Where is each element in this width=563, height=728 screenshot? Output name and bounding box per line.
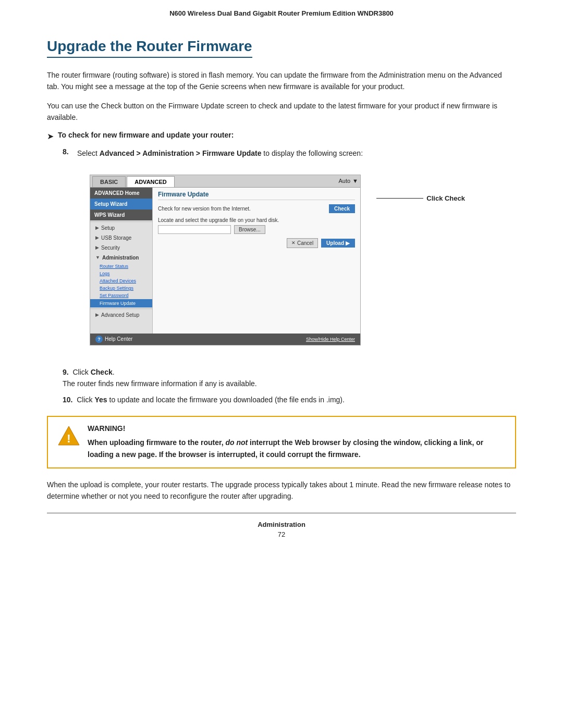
chevron-down-icon: ▼ — [352, 178, 358, 184]
sidebar-wps-wizard-button[interactable]: WPS Wizard — [90, 209, 152, 220]
arrow-right-icon-3: ▶ — [95, 245, 99, 250]
callout-line — [376, 198, 423, 199]
tab-auto-label: Auto — [338, 178, 350, 184]
arrow-right-icon-2: ▶ — [95, 235, 99, 240]
sidebar-item-security[interactable]: ▶ Security — [90, 243, 152, 253]
footer-label: Administration — [47, 521, 516, 528]
upload-button[interactable]: Upload ▶ — [321, 239, 355, 248]
step-10-number: 10. — [63, 396, 72, 404]
checklist-item: ➤ To check for new firmware and update y… — [47, 131, 516, 141]
sidebar-sub-router-status[interactable]: Router Status — [90, 263, 152, 270]
sidebar-sub-set-password[interactable]: Set Password — [90, 292, 152, 299]
sidebar-sub-attached[interactable]: Attached Devices — [90, 277, 152, 285]
step-8-number: 8. — [63, 147, 74, 156]
checklist-label: To check for new firmware and update you… — [58, 131, 234, 139]
body-para-1: The router firmware (routing software) i… — [47, 69, 516, 93]
x-icon: ✕ — [291, 240, 296, 245]
sidebar-divider-1 — [90, 221, 152, 222]
browse-section: Locate and select the upgrade file on yo… — [158, 217, 355, 234]
tab-right: Auto ▼ — [338, 178, 358, 185]
sidebar-item-administration[interactable]: ▼ Administration — [90, 253, 152, 263]
warning-text: When uploading firmware to the router, d… — [88, 437, 506, 460]
help-center-section[interactable]: ? Help Center — [95, 336, 132, 343]
closing-para: When the upload is complete, your router… — [47, 479, 516, 502]
warning-triangle-icon: ! — [57, 424, 80, 447]
callout-text: Click Check — [426, 194, 465, 202]
footer-page: 72 — [47, 530, 516, 538]
help-center-label: Help Center — [105, 336, 132, 342]
tab-basic[interactable]: BASIC — [92, 176, 126, 187]
arrow-right-icon-upload: ▶ — [346, 240, 350, 246]
sidebar-advanced-setup-label: Advanced Setup — [101, 312, 139, 318]
router-footer: ? Help Center Show/Hide Help Center — [90, 334, 360, 345]
tab-advanced[interactable]: ADVANCED — [127, 176, 175, 187]
sidebar-admin-label: Administration — [102, 255, 139, 261]
sidebar-sub-backup[interactable]: Backup Settings — [90, 285, 152, 292]
sidebar-sub-firmware[interactable]: Firmware Update — [90, 299, 152, 307]
sidebar-setup-wizard-button[interactable]: Setup Wizard — [90, 199, 152, 209]
header-title: N600 Wireless Dual Band Gigabit Router P… — [169, 9, 394, 17]
router-main: Firmware Update Check for new version fr… — [153, 188, 360, 334]
step-9: 9. Click Check. The router finds new fir… — [47, 366, 516, 390]
action-row: ✕ Cancel Upload ▶ — [158, 238, 355, 248]
checklist-arrow-icon: ➤ — [47, 131, 54, 141]
page-header: N600 Wireless Dual Band Gigabit Router P… — [0, 0, 563, 22]
sidebar-advanced-home-button[interactable]: ADVANCED Home — [90, 188, 152, 199]
router-screenshot: BASIC ADVANCED Auto ▼ ADVANCED Home Setu… — [90, 175, 361, 346]
router-body: ADVANCED Home Setup Wizard WPS Wizard ▶ … — [90, 188, 360, 334]
sidebar-sub-logs[interactable]: Logs — [90, 270, 152, 277]
arrow-down-icon: ▼ — [95, 255, 100, 260]
cancel-button[interactable]: ✕ Cancel — [287, 238, 318, 248]
click-check-callout: Click Check — [376, 194, 465, 202]
sidebar-divider-2 — [90, 309, 152, 309]
router-page-title: Firmware Update — [158, 191, 355, 200]
sidebar-setup-label: Setup — [101, 225, 115, 231]
sidebar-item-usb[interactable]: ▶ USB Storage — [90, 233, 152, 243]
file-input[interactable] — [158, 225, 231, 234]
body-para-2: You can use the Check button on the Firm… — [47, 100, 516, 124]
show-hide-label[interactable]: Show/Hide Help Center — [306, 337, 355, 342]
check-button[interactable]: Check — [329, 204, 355, 213]
sidebar-item-advanced-setup[interactable]: ▶ Advanced Setup — [90, 310, 152, 320]
content-area: Upgrade the Router Firmware The router f… — [0, 22, 563, 564]
check-label: Check for new version from the Internet. — [158, 206, 326, 212]
step-9-number: 9. — [63, 368, 69, 376]
warning-title: WARNING! — [88, 424, 506, 433]
step-8: 8. Select Advanced > Administration > Fi… — [47, 147, 516, 159]
browse-row: Browse... — [158, 225, 355, 234]
step-9-sub: The router finds new firmware informatio… — [63, 379, 257, 388]
sidebar-item-setup[interactable]: ▶ Setup — [90, 223, 152, 233]
warning-box: ! WARNING! When uploading firmware to th… — [47, 416, 516, 468]
arrow-right-icon-4: ▶ — [95, 312, 99, 317]
step-10: 10. Click Yes to update and locate the f… — [47, 394, 516, 405]
router-tab-bar: BASIC ADVANCED Auto ▼ — [90, 175, 360, 188]
svg-text:!: ! — [67, 432, 70, 445]
sidebar-security-label: Security — [101, 245, 120, 251]
help-icon: ? — [95, 336, 103, 343]
router-sidebar: ADVANCED Home Setup Wizard WPS Wizard ▶ … — [90, 188, 153, 334]
browse-button[interactable]: Browse... — [234, 225, 265, 234]
page-footer: Administration 72 — [47, 513, 516, 544]
check-row: Check for new version from the Internet.… — [158, 204, 355, 213]
page-title: Upgrade the Router Firmware — [47, 38, 252, 58]
browse-label: Locate and select the upgrade file on yo… — [158, 217, 355, 223]
sidebar-usb-label: USB Storage — [101, 235, 131, 241]
arrow-right-icon: ▶ — [95, 225, 99, 230]
warning-content: WARNING! When uploading firmware to the … — [88, 424, 506, 460]
step-8-text: Select Advanced > Administration > Firmw… — [77, 147, 363, 159]
